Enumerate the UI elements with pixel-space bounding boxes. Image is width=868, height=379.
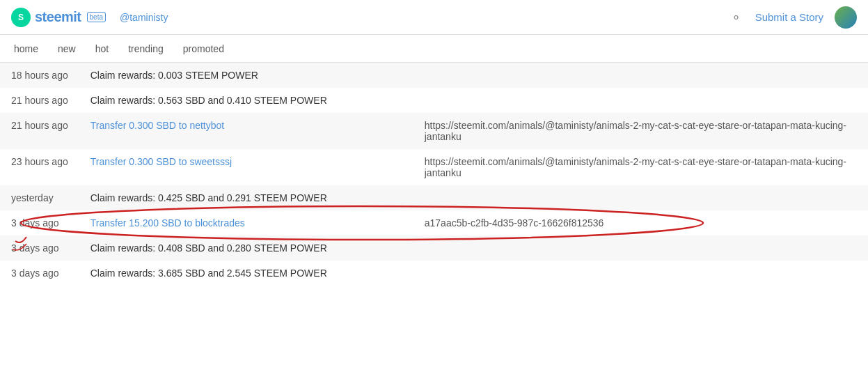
- header: S steemit beta @taministy ⚬ Submit a Sto…: [0, 0, 868, 35]
- tab-trending[interactable]: trending: [125, 42, 166, 56]
- time-cell: 3 days ago: [0, 235, 79, 261]
- tab-home[interactable]: home: [11, 42, 41, 56]
- action-cell: Claim rewards: 3.685 SBD and 2.545 STEEM…: [79, 261, 413, 286]
- history-table: 18 hours agoClaim rewards: 0.003 STEEM P…: [0, 63, 868, 286]
- table-row: 23 hours agoTransfer 0.300 SBD to sweets…: [0, 149, 868, 185]
- action-cell: Claim rewards: 0.563 SBD and 0.410 STEEM…: [79, 88, 413, 113]
- search-button[interactable]: ⚬: [731, 10, 741, 25]
- memo-cell: https://steemit.com/animals/@taministy/a…: [413, 113, 868, 149]
- logo-area: S steemit beta: [11, 8, 106, 27]
- submit-story-button[interactable]: Submit a Story: [755, 11, 823, 23]
- action-link[interactable]: Transfer 15.200 SBD to blocktrades: [90, 217, 245, 229]
- memo-cell: [413, 261, 868, 286]
- memo-cell: [413, 88, 868, 113]
- action-cell: Transfer 15.200 SBD to blocktrades: [79, 210, 413, 235]
- nav-tabs: home new hot trending promoted: [0, 35, 868, 63]
- time-cell: 21 hours ago: [0, 113, 79, 149]
- table-row: 18 hours agoClaim rewards: 0.003 STEEM P…: [0, 63, 868, 88]
- action-cell: Transfer 0.300 SBD to sweetsssj: [79, 149, 413, 185]
- action-cell: Claim rewards: 0.425 SBD and 0.291 STEEM…: [79, 185, 413, 210]
- memo-cell: [413, 185, 868, 210]
- tab-promoted[interactable]: promoted: [180, 42, 227, 56]
- beta-badge: beta: [87, 12, 106, 22]
- table-row: 21 hours agoClaim rewards: 0.563 SBD and…: [0, 88, 868, 113]
- time-cell: yesterday: [0, 185, 79, 210]
- memo-cell: [413, 63, 868, 88]
- time-cell: 18 hours ago: [0, 63, 79, 88]
- memo-cell: a17aac5b-c2fb-4d35-987c-16626f812536: [413, 210, 868, 235]
- table-row: 3 days agoClaim rewards: 3.685 SBD and 2…: [0, 261, 868, 286]
- username-link[interactable]: @taministy: [120, 12, 168, 23]
- table-row: 3 days agoTransfer 15.200 SBD to blocktr…: [0, 210, 868, 235]
- time-cell: 3 days ago: [0, 210, 79, 235]
- action-link[interactable]: Transfer 0.300 SBD to nettybot: [90, 120, 224, 131]
- table-row: 21 hours agoTransfer 0.300 SBD to nettyb…: [0, 113, 868, 149]
- avatar[interactable]: [835, 6, 857, 29]
- action-cell: Claim rewards: 0.003 STEEM POWER: [79, 63, 413, 88]
- action-link[interactable]: Transfer 0.300 SBD to sweetsssj: [90, 156, 232, 167]
- table-row: yesterdayClaim rewards: 0.425 SBD and 0.…: [0, 185, 868, 210]
- tab-hot[interactable]: hot: [93, 42, 111, 56]
- tab-new[interactable]: new: [55, 42, 79, 56]
- logo-text: steemit: [35, 9, 81, 25]
- steemit-logo-icon: S: [11, 8, 31, 27]
- action-cell: Claim rewards: 0.408 SBD and 0.280 STEEM…: [79, 235, 413, 261]
- time-cell: 21 hours ago: [0, 88, 79, 113]
- memo-cell: [413, 235, 868, 261]
- action-cell: Transfer 0.300 SBD to nettybot: [79, 113, 413, 149]
- memo-cell: https://steemit.com/animals/@taministy/a…: [413, 149, 868, 185]
- time-cell: 23 hours ago: [0, 149, 79, 185]
- time-cell: 3 days ago: [0, 261, 79, 286]
- table-row: 3 days agoClaim rewards: 0.408 SBD and 0…: [0, 235, 868, 261]
